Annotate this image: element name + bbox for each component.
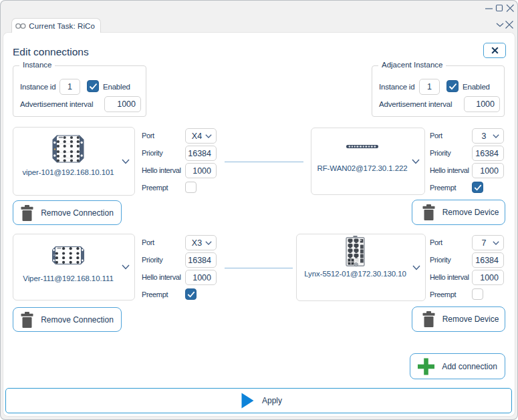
hello-interval-input-right[interactable]: [472, 270, 504, 285]
chevron-down-icon: [495, 19, 505, 30]
device-selector-right[interactable]: Lynx-5512-01@172.30.130.10: [296, 234, 426, 301]
device-card-content: viper-101@192.168.10.101: [13, 128, 123, 195]
hello-interval-label: Hello interval: [430, 166, 469, 174]
close-icon: [505, 3, 515, 16]
device-image-viper-111: [51, 246, 85, 265]
chevron-down-icon: [122, 264, 130, 270]
trash-icon: [21, 312, 33, 328]
dialog-title: Edit connections: [13, 46, 89, 58]
check-icon: [448, 82, 458, 91]
adjacent-instance-id-input[interactable]: [419, 79, 440, 95]
hello-interval-input-right[interactable]: [472, 163, 504, 178]
adjacent-instance-adv-input[interactable]: [464, 96, 500, 112]
instance-adv-label: Advertisement interval: [20, 100, 93, 108]
preempt-checkbox-right[interactable]: [472, 288, 483, 300]
preempt-label: Preempt: [430, 290, 456, 298]
device-image-lynx-5512: [345, 236, 366, 268]
instance-id-label: Instance id: [20, 83, 55, 91]
remove-device-button[interactable]: Remove Device: [412, 200, 505, 225]
play-icon: [241, 393, 254, 409]
close-icon: [491, 46, 499, 55]
remove-connection-button[interactable]: Remove Connection: [13, 200, 122, 225]
port-value: X3: [188, 238, 205, 248]
tabbar-actions: [495, 19, 514, 30]
tab-close-button[interactable]: [505, 19, 514, 30]
adjacent-instance-enabled-checkbox[interactable]: [446, 80, 459, 92]
preempt-label: Preempt: [430, 184, 456, 192]
tab-current-task[interactable]: Current Task: RiCo: [11, 18, 101, 33]
remove-connection-button[interactable]: Remove Connection: [13, 307, 122, 332]
device-selector-right[interactable]: RF-WAN02@172.30.1.222: [311, 128, 425, 195]
hello-interval-label: Hello interval: [142, 166, 181, 174]
check-icon: [473, 184, 483, 192]
device-selector-left[interactable]: viper-101@192.168.10.101: [13, 127, 135, 196]
plus-icon: [418, 358, 434, 375]
priority-label: Priority: [142, 256, 162, 264]
hello-interval-label: Hello interval: [430, 273, 469, 281]
instance-enabled-label: Enabled: [103, 83, 130, 91]
priority-label: Priority: [430, 256, 450, 264]
maximize-icon: [494, 3, 505, 16]
preempt-label: Preempt: [142, 184, 168, 192]
priority-input-right[interactable]: [472, 146, 504, 161]
preempt-checkbox-left[interactable]: [185, 182, 197, 193]
trash-icon: [422, 311, 435, 327]
instance-legend: Instance: [19, 61, 55, 69]
trash-icon: [422, 204, 435, 220]
port-select-left[interactable]: X4: [185, 128, 217, 144]
port-select-right[interactable]: 3: [472, 128, 504, 144]
adjacent-instance-adv-label: Advertisement interval: [379, 100, 452, 108]
dialog-close-button[interactable]: [483, 43, 506, 58]
device-name: Viper-111@192.168.10.111: [23, 274, 113, 282]
chevron-down-icon: [122, 159, 130, 164]
remove-device-button[interactable]: Remove Device: [412, 306, 505, 332]
edit-connections-dialog: Edit connections Instance Instance id En…: [3, 32, 515, 417]
device-name: RF-WAN02@172.30.1.222: [317, 164, 407, 172]
connection-line: [225, 268, 293, 268]
preempt-label: Preempt: [142, 290, 168, 298]
minimize-icon: [483, 3, 494, 16]
port-label: Port: [430, 132, 442, 140]
port-select-right[interactable]: 7: [472, 235, 504, 250]
window-minimize-button[interactable]: [483, 3, 494, 19]
device-name: viper-101@192.168.10.101: [22, 168, 114, 176]
add-connection-button[interactable]: Add connection: [410, 353, 505, 379]
adjacent-instance-legend: Adjacent Instance: [378, 61, 446, 69]
port-value: 3: [475, 132, 493, 141]
priority-input-right[interactable]: [472, 252, 504, 268]
link-icon: [15, 23, 26, 29]
check-icon: [88, 82, 98, 91]
port-label: Port: [142, 132, 154, 140]
priority-input-left[interactable]: [185, 252, 217, 268]
device-name: Lynx-5512-01@172.30.130.10: [304, 270, 406, 278]
instance-enabled-checkbox[interactable]: [87, 80, 99, 92]
connection-line: [225, 162, 303, 162]
port-label: Port: [430, 238, 442, 246]
hello-interval-label: Hello interval: [142, 273, 181, 281]
tab-list-dropdown-button[interactable]: [495, 19, 505, 30]
port-value: 7: [475, 238, 493, 248]
adjacent-instance-id-label: Instance id: [379, 83, 414, 91]
connection-row-1: viper-101@192.168.10.101 Port X4 Priorit…: [3, 127, 515, 226]
instance-adv-input[interactable]: [104, 96, 141, 112]
port-label: Port: [142, 238, 154, 246]
remove-device-label: Remove Device: [442, 314, 499, 324]
tab-label: Current Task: RiCo: [29, 22, 95, 30]
window-maximize-button[interactable]: [494, 3, 505, 19]
device-selector-left[interactable]: Viper-111@192.168.10.111: [13, 234, 135, 300]
chevron-down-icon: [493, 241, 499, 245]
chevron-down-icon: [205, 241, 212, 245]
hello-interval-input-left[interactable]: [185, 270, 217, 285]
titlebar: [0, 0, 518, 18]
connection-row-2: Viper-111@192.168.10.111 Port X3 Priorit…: [3, 234, 515, 333]
hello-interval-input-left[interactable]: [185, 163, 217, 178]
priority-input-left[interactable]: [185, 146, 217, 161]
preempt-checkbox-right[interactable]: [472, 182, 483, 193]
apply-button[interactable]: Apply: [5, 388, 512, 413]
device-card-content: RF-WAN02@172.30.1.222: [311, 128, 413, 194]
window-close-button[interactable]: [505, 3, 515, 19]
preempt-checkbox-left[interactable]: [185, 288, 197, 300]
priority-label: Priority: [430, 149, 450, 157]
instance-id-input[interactable]: [59, 79, 80, 95]
port-select-left[interactable]: X3: [185, 235, 217, 250]
